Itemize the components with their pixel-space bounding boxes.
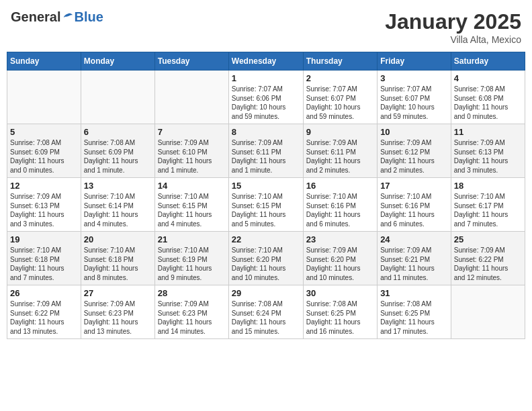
day-info: Sunrise: 7:09 AM Sunset: 6:13 PM Dayligh… bbox=[454, 138, 522, 175]
calendar-cell: 28Sunrise: 7:09 AM Sunset: 6:23 PM Dayli… bbox=[154, 285, 228, 339]
calendar-header-row: SundayMondayTuesdayWednesdayThursdayFrid… bbox=[7, 52, 525, 71]
day-number: 9 bbox=[306, 127, 374, 137]
calendar-cell: 19Sunrise: 7:10 AM Sunset: 6:18 PM Dayli… bbox=[7, 232, 81, 285]
calendar-cell: 12Sunrise: 7:09 AM Sunset: 6:13 PM Dayli… bbox=[7, 178, 81, 232]
calendar-cell: 21Sunrise: 7:10 AM Sunset: 6:19 PM Dayli… bbox=[154, 232, 228, 285]
day-of-week-header: Friday bbox=[378, 52, 451, 71]
day-number: 8 bbox=[232, 127, 300, 137]
calendar-cell: 11Sunrise: 7:09 AM Sunset: 6:13 PM Dayli… bbox=[451, 124, 525, 178]
day-number: 23 bbox=[306, 234, 374, 244]
logo-bird-icon bbox=[62, 11, 74, 24]
calendar-cell: 10Sunrise: 7:09 AM Sunset: 6:12 PM Dayli… bbox=[378, 124, 451, 178]
day-number: 5 bbox=[10, 127, 78, 137]
day-info: Sunrise: 7:10 AM Sunset: 6:19 PM Dayligh… bbox=[158, 246, 226, 282]
calendar-cell: 1Sunrise: 7:07 AM Sunset: 6:06 PM Daylig… bbox=[228, 71, 303, 124]
calendar-cell: 15Sunrise: 7:10 AM Sunset: 6:15 PM Dayli… bbox=[228, 178, 303, 232]
day-info: Sunrise: 7:10 AM Sunset: 6:16 PM Dayligh… bbox=[380, 192, 448, 228]
calendar-cell: 30Sunrise: 7:08 AM Sunset: 6:25 PM Dayli… bbox=[303, 285, 377, 339]
day-info: Sunrise: 7:08 AM Sunset: 6:25 PM Dayligh… bbox=[380, 300, 448, 336]
day-of-week-header: Wednesday bbox=[228, 52, 303, 71]
calendar-cell: 31Sunrise: 7:08 AM Sunset: 6:25 PM Dayli… bbox=[378, 285, 451, 339]
day-info: Sunrise: 7:10 AM Sunset: 6:17 PM Dayligh… bbox=[454, 192, 522, 228]
month-year: January 2025 bbox=[385, 9, 521, 34]
month-title: January 2025 Villa Alta, Mexico bbox=[385, 9, 521, 45]
day-info: Sunrise: 7:10 AM Sunset: 6:14 PM Dayligh… bbox=[84, 192, 152, 228]
calendar-week-row: 19Sunrise: 7:10 AM Sunset: 6:18 PM Dayli… bbox=[7, 232, 525, 285]
day-number: 25 bbox=[454, 234, 522, 244]
calendar-cell bbox=[81, 71, 154, 124]
page-header: General Blue January 2025 Villa Alta, Me… bbox=[7, 7, 525, 48]
day-info: Sunrise: 7:10 AM Sunset: 6:18 PM Dayligh… bbox=[10, 246, 78, 282]
day-info: Sunrise: 7:10 AM Sunset: 6:15 PM Dayligh… bbox=[232, 192, 300, 228]
day-number: 30 bbox=[306, 288, 374, 298]
day-info: Sunrise: 7:09 AM Sunset: 6:23 PM Dayligh… bbox=[158, 300, 226, 336]
calendar-cell: 4Sunrise: 7:08 AM Sunset: 6:08 PM Daylig… bbox=[451, 71, 525, 124]
day-info: Sunrise: 7:10 AM Sunset: 6:18 PM Dayligh… bbox=[84, 246, 152, 282]
day-number: 11 bbox=[454, 127, 522, 137]
day-number: 19 bbox=[10, 234, 78, 244]
day-number: 27 bbox=[84, 288, 152, 298]
day-number: 13 bbox=[84, 181, 152, 191]
calendar-week-row: 1Sunrise: 7:07 AM Sunset: 6:06 PM Daylig… bbox=[7, 71, 525, 124]
day-info: Sunrise: 7:09 AM Sunset: 6:22 PM Dayligh… bbox=[454, 246, 522, 282]
day-info: Sunrise: 7:09 AM Sunset: 6:10 PM Dayligh… bbox=[158, 138, 226, 175]
day-number: 2 bbox=[306, 73, 374, 83]
day-info: Sunrise: 7:09 AM Sunset: 6:12 PM Dayligh… bbox=[380, 138, 448, 175]
calendar-cell: 8Sunrise: 7:09 AM Sunset: 6:11 PM Daylig… bbox=[228, 124, 303, 178]
calendar-cell: 3Sunrise: 7:07 AM Sunset: 6:07 PM Daylig… bbox=[378, 71, 451, 124]
day-of-week-header: Tuesday bbox=[154, 52, 228, 71]
day-info: Sunrise: 7:09 AM Sunset: 6:13 PM Dayligh… bbox=[10, 192, 78, 228]
day-number: 16 bbox=[306, 181, 374, 191]
day-number: 22 bbox=[232, 234, 300, 244]
day-number: 6 bbox=[84, 127, 152, 137]
calendar-cell: 22Sunrise: 7:10 AM Sunset: 6:20 PM Dayli… bbox=[228, 232, 303, 285]
day-number: 14 bbox=[158, 181, 226, 191]
day-info: Sunrise: 7:10 AM Sunset: 6:15 PM Dayligh… bbox=[158, 192, 226, 228]
calendar-cell: 2Sunrise: 7:07 AM Sunset: 6:07 PM Daylig… bbox=[303, 71, 377, 124]
calendar-cell: 29Sunrise: 7:08 AM Sunset: 6:24 PM Dayli… bbox=[228, 285, 303, 339]
calendar-table: SundayMondayTuesdayWednesdayThursdayFrid… bbox=[7, 52, 525, 339]
day-info: Sunrise: 7:09 AM Sunset: 6:23 PM Dayligh… bbox=[84, 300, 152, 336]
day-info: Sunrise: 7:07 AM Sunset: 6:06 PM Dayligh… bbox=[232, 85, 300, 121]
calendar-cell: 23Sunrise: 7:09 AM Sunset: 6:20 PM Dayli… bbox=[303, 232, 377, 285]
day-info: Sunrise: 7:08 AM Sunset: 6:08 PM Dayligh… bbox=[454, 85, 522, 121]
calendar-cell: 5Sunrise: 7:08 AM Sunset: 6:09 PM Daylig… bbox=[7, 124, 81, 178]
calendar-cell bbox=[7, 71, 81, 124]
day-info: Sunrise: 7:07 AM Sunset: 6:07 PM Dayligh… bbox=[306, 85, 374, 121]
calendar-week-row: 26Sunrise: 7:09 AM Sunset: 6:22 PM Dayli… bbox=[7, 285, 525, 339]
day-of-week-header: Monday bbox=[81, 52, 154, 71]
day-number: 26 bbox=[10, 288, 78, 298]
day-info: Sunrise: 7:09 AM Sunset: 6:11 PM Dayligh… bbox=[306, 138, 374, 175]
day-number: 3 bbox=[380, 73, 448, 83]
calendar-cell: 9Sunrise: 7:09 AM Sunset: 6:11 PM Daylig… bbox=[303, 124, 377, 178]
calendar-cell bbox=[451, 285, 525, 339]
day-info: Sunrise: 7:09 AM Sunset: 6:21 PM Dayligh… bbox=[380, 246, 448, 282]
day-info: Sunrise: 7:08 AM Sunset: 6:24 PM Dayligh… bbox=[232, 300, 300, 336]
calendar-cell: 20Sunrise: 7:10 AM Sunset: 6:18 PM Dayli… bbox=[81, 232, 154, 285]
calendar-week-row: 12Sunrise: 7:09 AM Sunset: 6:13 PM Dayli… bbox=[7, 178, 525, 232]
day-info: Sunrise: 7:09 AM Sunset: 6:11 PM Dayligh… bbox=[232, 138, 300, 175]
day-number: 28 bbox=[158, 288, 226, 298]
day-number: 31 bbox=[380, 288, 448, 298]
calendar-cell: 27Sunrise: 7:09 AM Sunset: 6:23 PM Dayli… bbox=[81, 285, 154, 339]
day-number: 20 bbox=[84, 234, 152, 244]
day-info: Sunrise: 7:08 AM Sunset: 6:09 PM Dayligh… bbox=[10, 138, 78, 175]
calendar-cell: 17Sunrise: 7:10 AM Sunset: 6:16 PM Dayli… bbox=[378, 178, 451, 232]
logo: General Blue bbox=[11, 9, 103, 25]
calendar-week-row: 5Sunrise: 7:08 AM Sunset: 6:09 PM Daylig… bbox=[7, 124, 525, 178]
location: Villa Alta, Mexico bbox=[385, 34, 521, 45]
day-of-week-header: Sunday bbox=[7, 52, 81, 71]
day-number: 17 bbox=[380, 181, 448, 191]
calendar-cell: 26Sunrise: 7:09 AM Sunset: 6:22 PM Dayli… bbox=[7, 285, 81, 339]
calendar-cell bbox=[154, 71, 228, 124]
day-number: 18 bbox=[454, 181, 522, 191]
day-number: 7 bbox=[158, 127, 226, 137]
calendar-cell: 18Sunrise: 7:10 AM Sunset: 6:17 PM Dayli… bbox=[451, 178, 525, 232]
calendar-cell: 24Sunrise: 7:09 AM Sunset: 6:21 PM Dayli… bbox=[378, 232, 451, 285]
logo-blue: Blue bbox=[74, 9, 103, 25]
day-number: 12 bbox=[10, 181, 78, 191]
calendar-cell: 13Sunrise: 7:10 AM Sunset: 6:14 PM Dayli… bbox=[81, 178, 154, 232]
day-info: Sunrise: 7:09 AM Sunset: 6:22 PM Dayligh… bbox=[10, 300, 78, 336]
calendar-cell: 6Sunrise: 7:08 AM Sunset: 6:09 PM Daylig… bbox=[81, 124, 154, 178]
day-number: 1 bbox=[232, 73, 300, 83]
